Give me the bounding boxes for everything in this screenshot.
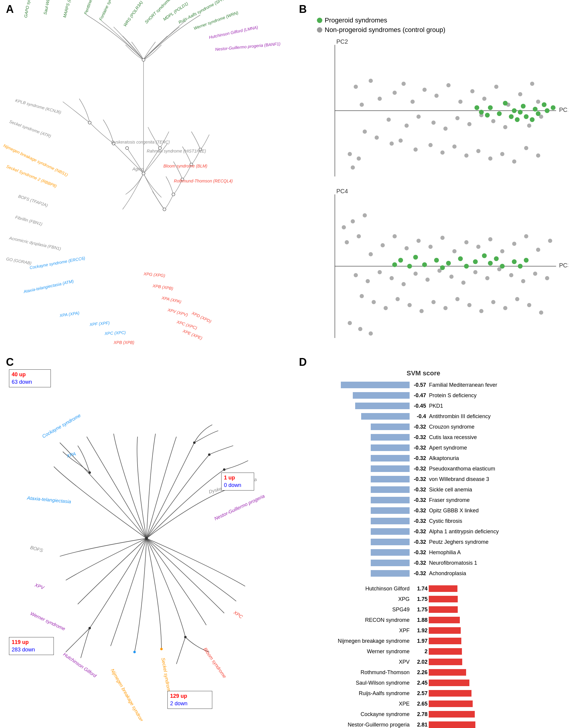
- svg-point-46: [390, 141, 394, 146]
- svg-point-84: [369, 252, 373, 256]
- label-xpe-pos: XPE: [302, 701, 409, 707]
- score-xpe-pos: 2.65: [412, 701, 427, 707]
- bar-row-peutz: -0.32 Peutz Jeghers syndrome: [302, 537, 577, 547]
- c-nijmegen: Nijmegen breakage syndrome: [110, 668, 146, 721]
- svg-point-1: [142, 58, 145, 61]
- bar-fill-cockayne-pos: [429, 711, 475, 718]
- panel-b-label: B: [299, 3, 307, 16]
- svg-point-124: [443, 306, 448, 310]
- svm-title: SVM score: [406, 369, 441, 377]
- score-fmf: -0.57: [409, 382, 426, 388]
- label-cockayne-a: Cockayne syndrome (ERCC6): [29, 256, 85, 270]
- bar-row-pseudo: -0.32 Pseudoxanthoma elasticum: [302, 464, 577, 474]
- box-40up-blue: 63 down: [12, 379, 32, 385]
- panel-b: B Progeroid syndromes Non-progeroid synd…: [293, 0, 583, 353]
- bar-fill-werner-pos: [429, 648, 462, 655]
- svg-point-86: [393, 234, 397, 238]
- svg-point-111: [485, 276, 489, 280]
- svg-point-79: [485, 113, 490, 118]
- svg-point-20: [422, 88, 427, 92]
- bar-fill-hemo: [371, 549, 409, 556]
- bar-fill-fmf: [341, 382, 409, 388]
- svg-point-132: [539, 310, 543, 315]
- bar-row-xpe-pos: XPE 2.65: [302, 699, 577, 709]
- svg-point-158: [88, 471, 91, 474]
- bar-row-xpg-pos: XPG 1.75: [302, 594, 577, 604]
- c-nestor: Nestor-Guillermo progeria: [213, 494, 265, 521]
- panel-a-label: A: [6, 3, 14, 16]
- legend-nonprogeroid: Non-progeroid syndromes (control group): [317, 26, 446, 34]
- svg-point-110: [473, 270, 477, 274]
- score-alpha1: -0.32: [409, 528, 426, 535]
- c-xpa: XPA: [66, 451, 76, 459]
- score-xpv-pos: 2.02: [412, 659, 427, 665]
- svg-point-36: [455, 116, 459, 120]
- bar-row-nf1: -0.32 Neurofibromatosis 1: [302, 558, 577, 568]
- nonprogeroid-label: Non-progeroid syndromes (control group): [325, 26, 446, 34]
- svg-point-35: [443, 127, 448, 131]
- svg-point-101: [366, 279, 370, 283]
- score-recon-pos: 1.88: [412, 617, 427, 623]
- bar-row-atd: -0.4 Antithrombin III deficiency: [302, 411, 577, 421]
- label-xpd-tree: XPD (XPD): [191, 310, 212, 324]
- bar-fill-xpe-pos: [429, 701, 473, 707]
- svg-point-129: [503, 306, 507, 310]
- label-kplb: KPLB syndrome (KCNJ6): [15, 98, 61, 115]
- svg-point-78: [475, 105, 479, 110]
- label-fraser: Fraser syndrome: [429, 497, 470, 503]
- bar-row-apert: -0.32 Apert syndrome: [302, 443, 577, 453]
- bar-neg-nf1: [302, 560, 409, 566]
- label-cutis: Cutis laxa recessive: [429, 434, 477, 441]
- label-seckel: Seckel syndrome (ATR): [9, 119, 52, 139]
- bar-neg-peutz: [302, 539, 409, 545]
- svg-point-145: [473, 259, 478, 264]
- bar-row-achon: -0.32 Achondroplasia: [302, 568, 577, 578]
- bar-neg-cf: [302, 518, 409, 524]
- bar-fill-alpha1: [371, 528, 409, 535]
- svg-point-139: [398, 258, 403, 263]
- svg-point-97: [524, 234, 528, 238]
- svg-point-126: [467, 303, 472, 307]
- label-spg49-pos: SPG49: [302, 606, 409, 613]
- svg-point-90: [441, 236, 445, 240]
- svg-point-40: [503, 125, 507, 129]
- bar-fill-saul-pos: [429, 680, 469, 686]
- svg-point-157: [145, 537, 148, 540]
- c-bofs: BOFS: [30, 545, 44, 553]
- bar-fill-alkapt: [371, 455, 409, 462]
- svg-point-135: [363, 213, 367, 217]
- bar-neg-vw3: [302, 476, 409, 483]
- bar-row-spg49-pos: SPG49 1.75: [302, 604, 577, 615]
- clade-svg: Cockayne syndrome XPA Ataxia-telangiecta…: [0, 353, 293, 721]
- score-nbs-pos: 1.97: [412, 638, 427, 644]
- bar-fill-nestor-pos: [429, 722, 475, 728]
- c-bloom: Bloom syndrome: [203, 647, 228, 679]
- bar-fill-ruijs-pos: [429, 690, 472, 697]
- label-dyskeratosis-a: Dyskeratosis congenita (TERC): [111, 140, 170, 145]
- label-hemo: Hemophilia A: [429, 549, 461, 556]
- panel-a: A: [0, 0, 293, 353]
- box-129up-blue: 2 down: [170, 701, 187, 706]
- svg-point-15: [378, 97, 382, 101]
- label-peutz: Peutz Jeghers syndrome: [429, 539, 488, 545]
- c-werner: Werner syndrome: [30, 611, 66, 631]
- svg-point-96: [512, 242, 516, 246]
- svg-point-42: [527, 124, 531, 128]
- bar-neg-pkd1: [302, 402, 409, 409]
- progeroid-label: Progeroid syndromes: [325, 17, 387, 24]
- label-xpc-a: XPC (XPC): [104, 330, 126, 336]
- progeroid-dot: [317, 18, 322, 23]
- svg-point-162: [88, 627, 91, 629]
- score-sickle: -0.32: [409, 487, 426, 493]
- score-atd: -0.4: [409, 413, 426, 420]
- label-acromicric: Acromicric dysplasia (FBN1): [8, 235, 61, 251]
- svg-point-147: [407, 264, 412, 268]
- svg-point-106: [425, 278, 430, 282]
- label-go: GO (GORAB): [6, 256, 32, 266]
- score-cockayne-pos: 2.78: [412, 711, 427, 718]
- svg-point-52: [464, 153, 469, 158]
- bar-row-opitz: -0.32 Opitz GBBB X linked: [302, 505, 577, 516]
- svg-point-3: [163, 208, 166, 211]
- scatter-bottom: PC3 PC4: [311, 188, 568, 344]
- score-cutis: -0.32: [409, 434, 426, 441]
